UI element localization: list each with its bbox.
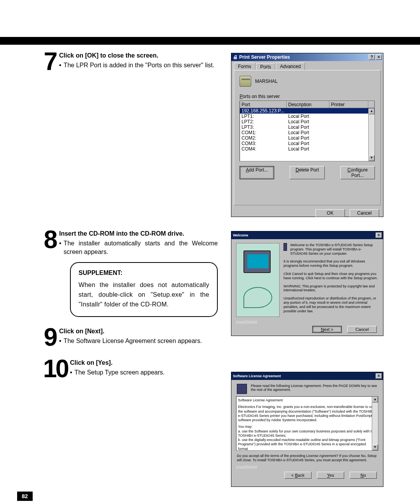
help-button[interactable]: ? bbox=[369, 54, 375, 60]
col-port[interactable]: Port bbox=[240, 101, 287, 108]
welcome-dialog: Welcome × Welcome to the TOSHIBA e-STUDI… bbox=[231, 231, 383, 336]
titlebar: Welcome × bbox=[231, 231, 383, 239]
close-button[interactable]: × bbox=[376, 233, 382, 238]
dialog-title: Print Server Properties bbox=[239, 54, 290, 60]
step-10-title: Click on [Yes]. bbox=[70, 359, 218, 367]
titlebar: 🖨 Print Server Properties ? × bbox=[231, 53, 383, 61]
cancel-button[interactable]: Cancel bbox=[350, 209, 379, 217]
table-row[interactable]: LPT1: Local Port bbox=[240, 114, 374, 119]
table-row[interactable]: LPT3: Local Port bbox=[240, 124, 374, 130]
tabs: Forms Ports Advanced bbox=[231, 61, 383, 70]
supplement-box: SUPPLEMENT: When the installer does not … bbox=[70, 262, 218, 317]
scroll-up-icon[interactable]: ▲ bbox=[372, 397, 378, 402]
col-printer[interactable]: Printer bbox=[329, 101, 368, 108]
yes-button[interactable]: Yes bbox=[317, 472, 344, 479]
close-button[interactable]: × bbox=[376, 373, 382, 379]
step-9-title: Click on [Next]. bbox=[59, 327, 218, 336]
step-8: 8 Insert the CD-ROM into the CD-ROM driv… bbox=[35, 229, 218, 317]
scroll-up-icon[interactable]: ▲ bbox=[369, 108, 374, 114]
welcome-text-panel: Welcome to the TOSHIBA e-STUDIO45 Series… bbox=[284, 243, 378, 317]
no-rest: o bbox=[364, 473, 366, 478]
titlebar: Software License Agreement × bbox=[231, 372, 383, 380]
tab-forms[interactable]: Forms bbox=[234, 63, 256, 70]
tab-ports[interactable]: Ports bbox=[256, 63, 275, 70]
welcome-footer: Next > Cancel bbox=[231, 324, 383, 336]
page-number: 82 bbox=[17, 492, 33, 501]
welcome-p4: WARNING: This program is protected by co… bbox=[284, 284, 378, 293]
step-8-text: Insert the CD-ROM into the CD-ROM drive.… bbox=[59, 229, 218, 317]
scroll-down-icon[interactable]: ▼ bbox=[369, 155, 374, 161]
dialog-footer: OK Cancel bbox=[231, 208, 383, 219]
configure-port-button[interactable]: Configure Port... bbox=[340, 166, 375, 179]
scroll-down-icon[interactable]: ▼ bbox=[372, 444, 378, 450]
cell-printer bbox=[329, 135, 368, 141]
step-10-bullet: • The Setup Type screen appears. bbox=[70, 368, 218, 377]
delete-port-rest: elete Port bbox=[299, 167, 319, 173]
cell-port: COM2: bbox=[240, 135, 287, 141]
ports-label-rest: orts on this server bbox=[243, 94, 280, 99]
cell-desc: Local Port bbox=[287, 130, 329, 135]
cell-desc: Local Port bbox=[287, 141, 329, 146]
license-p1: Electronics For Imaging, Inc. grants you… bbox=[238, 405, 376, 422]
step-9-text: Click on [Next]. • The Software License … bbox=[59, 327, 218, 345]
tab-body: MARSHAL Ports on this server Port Descri… bbox=[234, 70, 381, 205]
cell-printer bbox=[329, 114, 368, 119]
cell-port: COM1: bbox=[240, 130, 287, 135]
supplement-heading: SUPPLEMENT: bbox=[79, 268, 209, 278]
add-port-button[interactable]: Add Port... bbox=[240, 166, 274, 179]
scrollbar[interactable]: ▲ ▼ bbox=[368, 108, 374, 161]
license-icon bbox=[237, 384, 247, 394]
step-7-bullet-text: The LPR Port is added in the "Ports on t… bbox=[64, 61, 215, 70]
welcome-icon-row: Welcome to the TOSHIBA e-STUDIO45 Series… bbox=[284, 243, 378, 259]
cell-desc: Local Port bbox=[287, 114, 329, 119]
next-button[interactable]: Next > bbox=[312, 326, 342, 333]
welcome-p1: Welcome to the TOSHIBA e-STUDIO45 Series… bbox=[290, 243, 378, 256]
no-button[interactable]: No bbox=[350, 472, 377, 479]
cell-port: 192.168.255.123:P... bbox=[240, 108, 287, 114]
ok-button[interactable]: OK bbox=[315, 209, 345, 217]
table-row[interactable]: COM3: Local Port bbox=[240, 141, 374, 146]
step-7-text: Click on [OK] to close the screen. • The… bbox=[59, 51, 218, 69]
dialog-title: Welcome bbox=[233, 233, 248, 237]
welcome-body: Welcome to the TOSHIBA e-STUDIO45 Series… bbox=[231, 239, 383, 321]
cell-desc: Local Port bbox=[287, 146, 329, 152]
step-10: 10 Click on [Yes]. • The Setup Type scre… bbox=[35, 359, 218, 379]
ports-table-header: Port Description Printer bbox=[240, 101, 374, 108]
step-7: 7 Click on [OK] to close the screen. • T… bbox=[35, 51, 218, 72]
table-row[interactable]: 192.168.255.123:P... bbox=[240, 108, 374, 114]
dialog-title: Software License Agreement bbox=[233, 374, 281, 378]
license-textarea[interactable]: Software License Agreement Electronics F… bbox=[236, 396, 378, 451]
cell-port: COM4: bbox=[240, 146, 287, 152]
table-row[interactable]: COM2: Local Port bbox=[240, 135, 374, 141]
cell-desc: Local Port bbox=[287, 124, 329, 130]
swirl-background bbox=[243, 287, 272, 308]
setup-icon bbox=[284, 243, 287, 251]
cancel-button[interactable]: Cancel bbox=[347, 326, 377, 333]
step-9-bullet: • The Software License Agreement screen … bbox=[59, 337, 218, 345]
next-rest: ext > bbox=[324, 327, 333, 332]
back-button[interactable]: < Back bbox=[284, 472, 312, 479]
step-number: 7 bbox=[35, 51, 57, 72]
cell-port: COM3: bbox=[240, 141, 287, 146]
table-row[interactable]: LPT2: Local Port bbox=[240, 119, 374, 124]
cell-port: LPT2: bbox=[240, 119, 287, 124]
table-row[interactable]: COM4: Local Port bbox=[240, 146, 374, 152]
col-description[interactable]: Description bbox=[287, 101, 329, 108]
license-header: Please read the following License Agreem… bbox=[231, 380, 383, 396]
cell-printer bbox=[329, 124, 368, 130]
tab-advanced[interactable]: Advanced bbox=[276, 63, 305, 70]
welcome-p2: It is strongly recommended that you exit… bbox=[284, 259, 378, 268]
scrollbar[interactable]: ▲ ▼ bbox=[372, 397, 378, 450]
table-row[interactable]: COM1: Local Port bbox=[240, 130, 374, 135]
delete-port-button[interactable]: Delete Port bbox=[290, 166, 324, 179]
license-p2a: You may: bbox=[238, 425, 376, 429]
license-p2b: a. use the Software solely for your own … bbox=[238, 429, 376, 438]
installshield-label: InstallShield bbox=[231, 320, 383, 324]
cell-printer bbox=[329, 141, 368, 146]
supplement-body: When the installer does not automaticall… bbox=[79, 280, 209, 309]
step-10-bullet-text: The Setup Type screen appears. bbox=[75, 368, 165, 377]
cell-printer bbox=[329, 119, 368, 124]
close-button[interactable]: × bbox=[376, 54, 382, 60]
add-port-rest: dd Port... bbox=[249, 167, 268, 173]
license-intro: Please read the following License Agreem… bbox=[251, 384, 378, 394]
